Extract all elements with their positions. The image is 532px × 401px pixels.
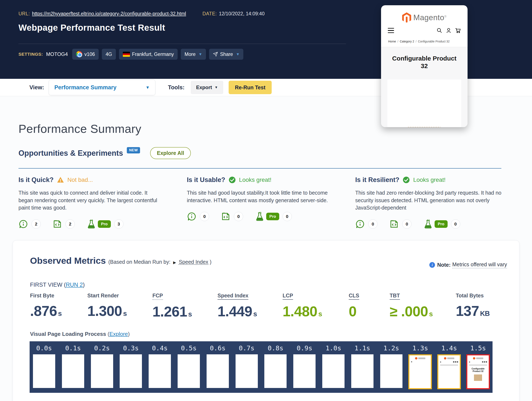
observations-icon <box>355 219 365 229</box>
metric-label[interactable]: LCP <box>283 292 293 300</box>
more-button[interactable]: More ▼ <box>181 49 206 60</box>
frame-thumbnail[interactable] <box>91 354 113 388</box>
test-date: 12/10/2022, 14:09:40 <box>219 11 265 17</box>
account-icon[interactable] <box>446 27 452 33</box>
counter-group[interactable]: 0 <box>221 212 243 221</box>
observations-icon <box>19 219 28 229</box>
code-insight-icon <box>52 219 62 229</box>
filmstrip-cell: 1.5sConfigurable Product 32 <box>463 344 493 389</box>
chevron-down-icon: ▼ <box>236 52 240 57</box>
frame-thumbnail[interactable]: Configurable Product 32 <box>466 354 490 389</box>
counter-group[interactable]: 0 <box>187 212 209 221</box>
url-label: URL: <box>19 11 30 17</box>
mini-nav-icons <box>453 361 458 362</box>
metric-label[interactable]: Speed Index <box>217 292 248 300</box>
frame-time-label: 0.4s <box>152 344 168 352</box>
frame-thumbnail[interactable] <box>322 354 344 388</box>
frame-time-label: 1.0s <box>326 344 341 352</box>
device-name: MOTOG4 <box>46 51 68 57</box>
counter-group[interactable]: 0 <box>389 219 412 229</box>
frame-time-label: 0.9s <box>297 344 312 352</box>
frame-thumbnail[interactable] <box>408 354 432 389</box>
metrics-note[interactable]: i Note: Metrics offered will vary <box>429 261 507 268</box>
search-icon[interactable] <box>437 27 442 33</box>
magento-logo-icon <box>402 13 411 23</box>
frame-thumbnail[interactable] <box>120 354 142 388</box>
info-icon: i <box>429 262 435 268</box>
filmstrip-cell: 1.0s <box>319 344 348 388</box>
frame-thumbnail[interactable] <box>177 354 200 388</box>
location-badge: Frankfurt, Germany <box>119 49 177 60</box>
filmstrip-cell: 0.5s <box>174 344 203 388</box>
frame-thumbnail[interactable] <box>293 354 316 388</box>
pro-badge: Pro <box>98 220 111 228</box>
mini-product-title: Configurable Product 32 <box>467 368 489 372</box>
frame-thumbnail[interactable] <box>235 354 258 388</box>
counter-group[interactable]: 0 <box>355 219 378 229</box>
page-title: Webpage Performance Test Result <box>19 23 165 33</box>
cart-icon[interactable] <box>455 27 461 33</box>
rerun-test-button[interactable]: Re-Run Test <box>229 81 272 94</box>
breadcrumb-item[interactable]: Category 2 <box>400 40 414 43</box>
frame-time-label: 1.5s <box>470 344 486 352</box>
view-select[interactable]: Performance Summary ▼ <box>49 80 155 95</box>
run-2-link[interactable]: RUN 2 <box>66 282 83 288</box>
metric-label[interactable]: TBT <box>390 292 400 300</box>
counter-group[interactable]: Pro0 <box>255 212 292 221</box>
counter-group[interactable]: Pro3 <box>87 219 123 229</box>
breadcrumb-item[interactable]: Home <box>388 40 396 43</box>
count-chip: 0 <box>234 212 243 221</box>
metric-label[interactable]: FCP <box>152 292 163 300</box>
metric-value: 137KB <box>456 303 490 319</box>
frame-thumbnail[interactable] <box>264 354 287 388</box>
metric-value: 1.480s <box>283 303 349 319</box>
metric-cls: CLS0 <box>349 292 390 320</box>
view-label: View: <box>29 84 44 91</box>
browser-badge: v106 <box>72 49 99 60</box>
chrome-icon <box>76 51 82 57</box>
tested-url-link[interactable]: https://m2hyvaperftest.eltrino.io/catego… <box>32 11 186 17</box>
explore-link[interactable]: Explore <box>109 331 128 337</box>
frame-thumbnail[interactable] <box>62 354 84 388</box>
menu-icon[interactable] <box>388 28 394 33</box>
connection-badge: 4G <box>102 49 116 60</box>
filmstrip-cell: 0.1s <box>59 344 88 388</box>
explore-all-button[interactable]: Explore All <box>150 147 191 159</box>
export-button[interactable]: Export ▼ <box>191 81 223 94</box>
card-counters: 00Pro0 <box>355 219 507 229</box>
frame-thumbnail[interactable] <box>437 354 461 389</box>
metric-label: Total Bytes <box>456 292 484 299</box>
card-counters: 22Pro3 <box>19 219 161 229</box>
mini-magento-logo <box>467 357 489 360</box>
metric-lcp: LCP1.480s <box>283 292 349 320</box>
note-text: Metrics offered will vary <box>452 261 507 268</box>
filmstrip-cell: 0.2s <box>88 344 116 388</box>
product-image-box <box>387 79 461 127</box>
frame-thumbnail[interactable] <box>380 354 402 388</box>
speed-index-link[interactable]: Speed Index <box>179 259 208 265</box>
metric-label[interactable]: CLS <box>349 292 359 300</box>
chevron-down-icon: ▼ <box>215 85 218 89</box>
card-question: Is it Resilient? <box>355 176 399 184</box>
filmstrip-cell: 0.0s <box>30 344 59 388</box>
check-circle-icon <box>403 176 410 183</box>
counter-group[interactable]: Pro0 <box>423 219 460 229</box>
share-button[interactable]: Share ▼ <box>209 49 243 60</box>
frame-time-label: 0.3s <box>123 344 139 352</box>
frame-thumbnail[interactable] <box>207 354 229 388</box>
warning-icon <box>57 176 64 183</box>
play-icon[interactable]: ▶ <box>173 260 176 265</box>
filmstrip-cell: 1.3s <box>406 344 435 389</box>
breadcrumb-item: Configurable Product 32 <box>418 40 450 43</box>
browser-version: v106 <box>84 52 95 57</box>
card-status: Looks great! <box>413 176 445 183</box>
chevron-down-icon: ▼ <box>198 52 202 57</box>
counter-group[interactable]: 2 <box>52 219 75 229</box>
frame-thumbnail[interactable] <box>149 354 171 388</box>
frame-thumbnail[interactable] <box>351 354 374 388</box>
frame-thumbnail[interactable] <box>33 354 55 388</box>
opportunity-card: Is it Quick?Not bad...This site was quic… <box>19 176 161 229</box>
mini-menu-icon <box>440 362 441 362</box>
metric-value: 1.261s <box>152 303 217 320</box>
counter-group[interactable]: 2 <box>19 219 41 229</box>
